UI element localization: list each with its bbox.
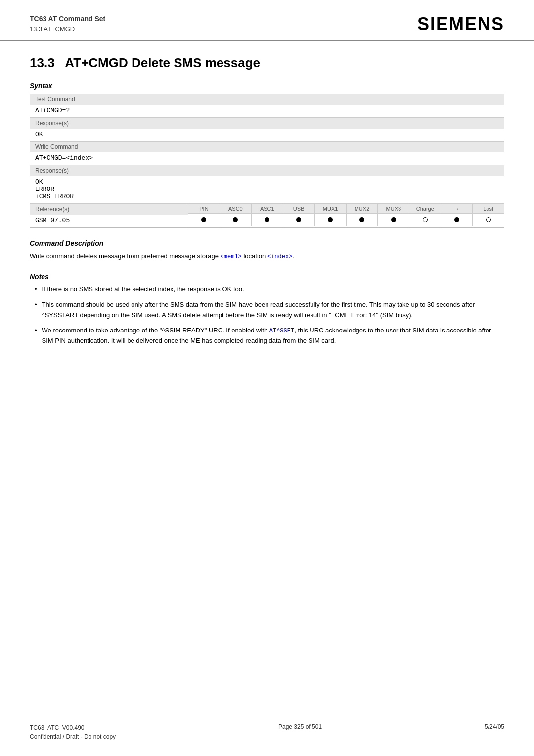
desc-index: <index> (267, 253, 292, 260)
indicator-headers: PIN ASC0 ASC1 USB MUX1 MUX2 MUX3 Charge … (188, 204, 504, 213)
col-asc1: ASC1 (251, 204, 283, 213)
doc-subtitle: 13.3 AT+CMGD (30, 24, 105, 34)
write-command-value: AT+CMGD=<index> (30, 152, 504, 165)
note-item-3: We recommend to take advantage of the "^… (30, 326, 504, 346)
test-response-header: Response(s) (30, 117, 504, 129)
val-pin (188, 214, 220, 226)
desc-text-after: . (292, 252, 294, 260)
doc-title: TC63 AT Command Set (30, 14, 105, 24)
col-charge: Charge (409, 204, 441, 213)
val-mux2 (346, 214, 378, 226)
col-pin: PIN (188, 204, 220, 213)
val-last (472, 214, 504, 226)
write-response-header: Response(s) (30, 165, 504, 176)
command-description-text: Write command deletes message from prefe… (30, 251, 504, 262)
command-description-label: Command Description (30, 239, 504, 247)
note-item-2: This command should be used only after t… (30, 300, 504, 321)
val-mux1 (314, 214, 346, 226)
col-mux2: MUX2 (346, 204, 378, 213)
reference-value: GSM 07.05 (30, 215, 188, 227)
val-asc1 (251, 214, 283, 226)
footer-confidential: Confidential / Draft - Do not copy (30, 732, 116, 741)
note-2-text: This command should be used only after t… (42, 300, 504, 321)
col-usb: USB (283, 204, 314, 213)
reference-label: Reference(s) (30, 204, 188, 215)
col-asc0: ASC0 (220, 204, 251, 213)
footer-date: 5/24/05 (485, 723, 504, 741)
indicator-values (188, 213, 504, 226)
val-arrow (441, 214, 472, 226)
val-charge (409, 214, 441, 226)
val-mux3 (377, 214, 409, 226)
page-header: TC63 AT Command Set 13.3 AT+CMGD SIEMENS (0, 0, 534, 41)
indicator-columns: PIN ASC0 ASC1 USB MUX1 MUX2 MUX3 Charge … (188, 204, 504, 227)
page-footer: TC63_ATC_V00.490 Confidential / Draft - … (0, 719, 534, 741)
col-arrow: → (441, 204, 472, 213)
reference-row: Reference(s) GSM 07.05 PIN ASC0 ASC1 USB… (30, 203, 504, 227)
note-3-before: We recommend to take advantage of the "^… (42, 327, 269, 334)
col-mux3: MUX3 (377, 204, 409, 213)
notes-list: If there is no SMS stored at the selecte… (30, 284, 504, 346)
reference-left: Reference(s) GSM 07.05 (30, 204, 188, 227)
note-item-1: If there is no SMS stored at the selecte… (30, 284, 504, 295)
footer-doc-id: TC63_ATC_V00.490 (30, 723, 116, 732)
syntax-label: Syntax (30, 82, 504, 90)
desc-mem1: <mem1> (221, 253, 242, 260)
notes-label: Notes (30, 273, 504, 281)
write-command-header: Write Command (30, 141, 504, 152)
col-mux1: MUX1 (314, 204, 346, 213)
write-response-value: OKERROR+CMS ERROR (30, 176, 504, 203)
val-asc0 (220, 214, 251, 226)
header-left: TC63 AT Command Set 13.3 AT+CMGD (30, 14, 105, 34)
desc-text-before: Write command deletes message from prefe… (30, 252, 221, 260)
val-usb (283, 214, 314, 226)
col-last: Last (472, 204, 504, 213)
desc-text-middle: location (242, 252, 267, 260)
section-heading: 13.3 AT+CMGD Delete SMS message (30, 55, 504, 71)
page-content: 13.3 AT+CMGD Delete SMS message Syntax T… (0, 41, 534, 391)
command-syntax-table: Test Command AT+CMGD=? Response(s) OK Wr… (30, 94, 504, 228)
page-container: TC63 AT Command Set 13.3 AT+CMGD SIEMENS… (0, 0, 534, 756)
test-response-value: OK (30, 129, 504, 141)
note-1-text: If there is no SMS stored at the selecte… (42, 284, 504, 295)
test-command-header: Test Command (30, 94, 504, 105)
note-3-code: AT^SSET (269, 328, 294, 334)
company-logo: SIEMENS (417, 14, 504, 35)
footer-left: TC63_ATC_V00.490 Confidential / Draft - … (30, 723, 116, 741)
note-3-text: We recommend to take advantage of the "^… (42, 326, 504, 346)
test-command-value: AT+CMGD=? (30, 105, 504, 117)
footer-page: Page 325 of 501 (278, 723, 322, 741)
